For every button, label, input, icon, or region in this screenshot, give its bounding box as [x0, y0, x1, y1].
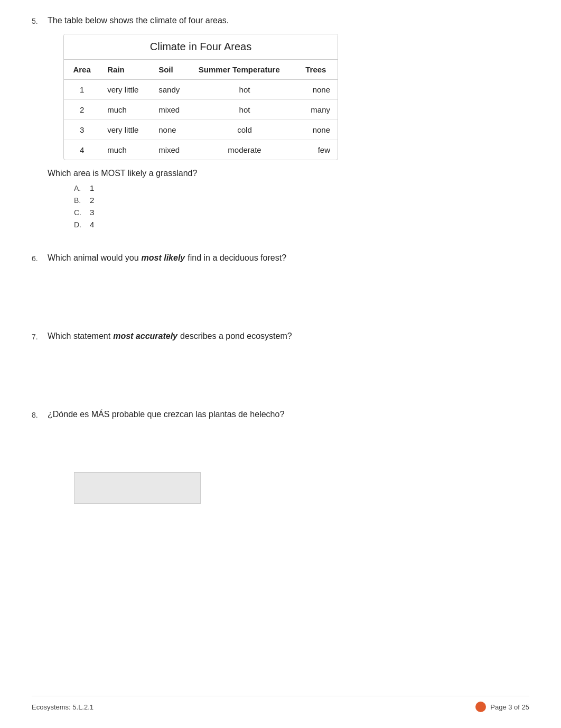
- col-trees: Trees: [298, 60, 338, 80]
- cell-rain: very little: [100, 80, 151, 100]
- footer-right-area: Page 3 of 25: [475, 702, 529, 712]
- cell-rain: much: [100, 140, 151, 160]
- answer-item: C.3: [74, 208, 529, 217]
- climate-table: Climate in Four Areas Area Rain Soil Sum…: [63, 34, 338, 160]
- cell-summer-temp: cold: [191, 120, 298, 140]
- cell-summer-temp: hot: [191, 100, 298, 120]
- answer-letter: D.: [74, 220, 85, 229]
- question-7-block: 7. Which statement most accurately descr…: [32, 331, 529, 389]
- q8-answer-space: [48, 425, 529, 467]
- table-row: 1 very little sandy hot none: [64, 80, 338, 100]
- cell-area: 2: [64, 100, 100, 120]
- question-5-block: 5. The table below shows the climate of …: [32, 16, 529, 232]
- q5-question: Which area is MOST likely a grassland?: [48, 169, 529, 178]
- answer-item: A.1: [74, 183, 529, 192]
- q8-question: ¿Dónde es MÁS probable que crezcan las p…: [48, 410, 529, 419]
- cell-rain: very little: [100, 120, 151, 140]
- q6-text-italic: most likely: [142, 253, 185, 263]
- cell-soil: sandy: [151, 80, 191, 100]
- cell-area: 4: [64, 140, 100, 160]
- cell-trees: none: [298, 120, 338, 140]
- q5-answers: A.1B.2C.3D.4: [74, 183, 529, 229]
- footer-page-number: Page 3 of 25: [490, 703, 529, 711]
- table-row: 2 much mixed hot many: [64, 100, 338, 120]
- q7-question: Which statement most accurately describe…: [48, 331, 529, 341]
- footer-dot-icon: [475, 702, 486, 712]
- answer-letter: B.: [74, 196, 85, 205]
- q5-number: 5.: [32, 16, 48, 25]
- q6-text-before: Which animal would you: [48, 253, 139, 263]
- answer-value: 2: [90, 196, 94, 205]
- q6-text-after: find in a deciduous forest?: [188, 253, 286, 263]
- answer-value: 1: [90, 183, 94, 192]
- cell-soil: none: [151, 120, 191, 140]
- q7-text-before: Which statement: [48, 331, 110, 341]
- q5-question-text: Which area is MOST likely a grassland?: [48, 169, 197, 178]
- cell-summer-temp: hot: [191, 80, 298, 100]
- cell-trees: none: [298, 80, 338, 100]
- table-row: 3 very little none cold none: [64, 120, 338, 140]
- col-area: Area: [64, 60, 100, 80]
- q8-image: [74, 472, 201, 504]
- answer-letter: C.: [74, 208, 85, 217]
- answer-item: D.4: [74, 220, 529, 229]
- question-6-block: 6. Which animal would you most likely fi…: [32, 253, 529, 310]
- question-8-block: 8. ¿Dónde es MÁS probable que crezcan la…: [32, 410, 529, 509]
- cell-soil: mixed: [151, 100, 191, 120]
- q8-text: ¿Dónde es MÁS probable que crezcan las p…: [48, 410, 284, 419]
- q5-intro-text: The table below shows the climate of fou…: [48, 16, 529, 25]
- cell-soil: mixed: [151, 140, 191, 160]
- answer-letter: A.: [74, 184, 85, 192]
- cell-trees: few: [298, 140, 338, 160]
- cell-rain: much: [100, 100, 151, 120]
- q6-answer-space: [48, 268, 529, 310]
- q8-number: 8.: [32, 410, 48, 419]
- cell-summer-temp: moderate: [191, 140, 298, 160]
- q6-number: 6.: [32, 253, 48, 263]
- answer-value: 4: [90, 220, 94, 229]
- table-header-row: Area Rain Soil Summer Temperature Trees: [64, 60, 338, 80]
- cell-trees: many: [298, 100, 338, 120]
- cell-area: 1: [64, 80, 100, 100]
- q7-text-italic: most accurately: [113, 331, 177, 341]
- footer-left-text: Ecosystems: 5.L.2.1: [32, 703, 94, 711]
- answer-value: 3: [90, 208, 94, 217]
- col-soil: Soil: [151, 60, 191, 80]
- q7-answer-space: [48, 346, 529, 389]
- page-footer: Ecosystems: 5.L.2.1 Page 3 of 25: [32, 696, 529, 712]
- table-row: 4 much mixed moderate few: [64, 140, 338, 160]
- answer-item: B.2: [74, 196, 529, 205]
- q7-text-after: describes a pond ecosystem?: [180, 331, 292, 341]
- cell-area: 3: [64, 120, 100, 140]
- q7-number: 7.: [32, 331, 48, 341]
- col-rain: Rain: [100, 60, 151, 80]
- q6-question: Which animal would you most likely find …: [48, 253, 529, 263]
- table-title: Climate in Four Areas: [64, 34, 338, 60]
- col-summer-temp: Summer Temperature: [191, 60, 298, 80]
